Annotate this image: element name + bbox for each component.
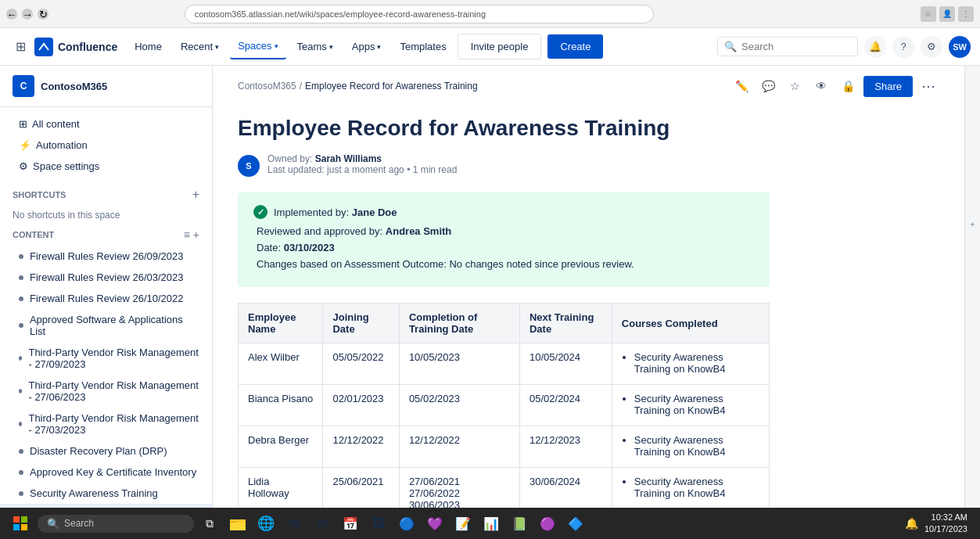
- confluence-logo[interactable]: Confluence: [34, 38, 117, 56]
- nav-teams[interactable]: Teams ▾: [289, 34, 341, 59]
- no-shortcuts-text: No shortcuts in this space: [0, 207, 212, 224]
- user-avatar[interactable]: SW: [949, 36, 971, 58]
- browser-refresh[interactable]: ↻: [38, 9, 48, 20]
- sidebar-item-1[interactable]: Firewall Rules Review 26/03/2023: [0, 267, 212, 288]
- taskbar-file-explorer[interactable]: [225, 511, 250, 536]
- help-icon[interactable]: ?: [892, 36, 914, 58]
- taskbar-time: 10:32 AM 10/17/2023: [924, 512, 967, 536]
- taskbar-mail[interactable]: ✉: [310, 511, 335, 536]
- comment-icon[interactable]: 💬: [757, 75, 779, 97]
- restrict-icon[interactable]: 🔒: [837, 75, 859, 97]
- taskbar-photos[interactable]: 🖼: [366, 511, 391, 536]
- cell-courses: Security Awareness Training on KnowB4: [612, 343, 769, 385]
- browser-profile-icon[interactable]: 👤: [939, 6, 955, 22]
- update-line: Last updated: just a moment ago • 1 min …: [267, 164, 457, 175]
- breadcrumb-sep: /: [300, 81, 302, 92]
- edit-icon[interactable]: ✏️: [731, 75, 752, 97]
- taskbar-notifications[interactable]: 🔔: [905, 517, 918, 530]
- browser-extension-icon[interactable]: ⋮: [958, 6, 974, 22]
- sidebar-item-4[interactable]: Third-Party Vendor Risk Management - 27/…: [0, 342, 212, 375]
- page-title: Employee Record for Awareness Training: [238, 116, 860, 141]
- taskbar-search[interactable]: 🔍 Search: [38, 515, 194, 533]
- collapse-handle[interactable]: +: [968, 222, 977, 227]
- nav-templates[interactable]: Templates: [392, 34, 454, 59]
- sidebar-items: Firewall Rules Review 26/09/2023 Firewal…: [0, 246, 212, 508]
- create-button[interactable]: Create: [547, 34, 603, 59]
- taskbar-teams[interactable]: 💜: [422, 511, 447, 536]
- settings-icon: ⚙: [19, 160, 28, 172]
- browser-bookmark-icon[interactable]: ☆: [921, 6, 936, 22]
- item-dot-icon: [19, 491, 23, 496]
- table-header-row: Employee Name Joining Date Completion of…: [239, 304, 770, 343]
- sidebar-automation[interactable]: ⚡ Automation: [0, 135, 212, 156]
- nav-home[interactable]: Home: [127, 34, 170, 59]
- taskbar-edge[interactable]: 🌐: [253, 511, 278, 536]
- sidebar-item-5[interactable]: Third-Party Vendor Risk Management - 27/…: [0, 375, 212, 408]
- date-value: 03/10/2023: [284, 242, 335, 253]
- add-content-button[interactable]: +: [193, 228, 199, 241]
- taskbar-task-view[interactable]: ⧉: [197, 511, 222, 536]
- sidebar-item-3[interactable]: Approved Software & Applications List: [0, 309, 212, 342]
- sidebar-global-section: ⊞ All content ⚡ Automation ⚙ Space setti…: [0, 107, 212, 183]
- browser-icons: ☆ 👤 ⋮: [921, 6, 974, 22]
- browser-forward[interactable]: →: [22, 9, 33, 20]
- item-dot-icon: [19, 254, 23, 259]
- item-dot-icon: [19, 389, 22, 393]
- sidebar-item-7[interactable]: Disaster Recovery Plan (DRP): [0, 440, 212, 462]
- start-button[interactable]: [6, 509, 34, 537]
- implemented-by: Jane Doe: [352, 207, 397, 218]
- cell-next: 05/02/2024: [519, 385, 612, 426]
- add-shortcut-icon[interactable]: +: [192, 188, 199, 202]
- notifications-icon[interactable]: 🔔: [864, 36, 886, 58]
- taskbar-word[interactable]: 📝: [451, 511, 476, 536]
- cell-joining: 02/01/2023: [323, 385, 399, 426]
- implemented-row: ✓ Implemented by: Jane Doe: [253, 205, 754, 219]
- apps-grid-icon[interactable]: ⊞: [9, 36, 31, 58]
- taskbar-teams2[interactable]: 🟣: [535, 511, 560, 536]
- breadcrumb: ContosoM365 / Employee Record for Awaren…: [238, 81, 478, 92]
- cell-name: Bianca Pisano: [239, 385, 323, 426]
- breadcrumb-space-link[interactable]: ContosoM365: [238, 81, 296, 92]
- taskbar-chrome[interactable]: 🔵: [394, 511, 419, 536]
- nav-recent[interactable]: Recent ▾: [173, 34, 227, 59]
- taskbar-store[interactable]: 🛍: [282, 511, 307, 536]
- sidebar-item-2[interactable]: Firewall Rules Review 26/10/2022: [0, 288, 212, 309]
- cell-courses: Security Awareness Training on KnowB4: [612, 385, 769, 426]
- date-item: Date: 03/10/2023: [253, 242, 754, 253]
- cell-name: Lidia Holloway: [239, 468, 323, 508]
- share-button[interactable]: Share: [863, 76, 913, 97]
- item-dot-icon: [19, 296, 23, 301]
- sidebar-all-content[interactable]: ⊞ All content: [0, 113, 212, 135]
- taskbar-search-label: Search: [64, 518, 94, 529]
- cell-completion: 27/06/202127/06/202230/06/2023: [399, 468, 519, 508]
- sidebar-item-0[interactable]: Firewall Rules Review 26/09/2023: [0, 246, 212, 267]
- svg-rect-0: [13, 516, 20, 523]
- search-input[interactable]: [741, 41, 851, 52]
- taskbar-excel[interactable]: 📗: [507, 511, 532, 536]
- star-icon[interactable]: ☆: [784, 75, 806, 97]
- col-joining-date: Joining Date: [323, 304, 399, 343]
- taskbar-calendar[interactable]: 📅: [338, 511, 363, 536]
- col-employee-name: Employee Name: [239, 304, 323, 343]
- watch-icon[interactable]: 👁: [810, 75, 832, 97]
- nav-spaces[interactable]: Spaces ▾: [230, 34, 285, 59]
- taskbar-powerpoint[interactable]: 📊: [479, 511, 504, 536]
- settings-icon[interactable]: ⚙: [921, 36, 942, 58]
- more-options-icon[interactable]: ⋯: [917, 75, 939, 97]
- sidebar-item-8[interactable]: Approved Key & Certificate Inventory: [0, 462, 212, 483]
- taskbar-teams3[interactable]: 🔷: [563, 511, 588, 536]
- nav-apps[interactable]: Apps ▾: [344, 34, 389, 59]
- cell-name: Debra Berger: [239, 426, 323, 468]
- sidebar-item-6[interactable]: Third-Party Vendor Risk Management - 27/…: [0, 408, 212, 440]
- browser-url[interactable]: contosom365.atlassian.net/wiki/spaces/em…: [185, 5, 654, 23]
- recent-chevron-icon: ▾: [215, 43, 219, 51]
- sidebar-item-9[interactable]: Security Awareness Training: [0, 483, 212, 504]
- taskbar-search-icon: 🔍: [47, 518, 59, 530]
- sort-content-button[interactable]: ≡: [184, 228, 190, 241]
- sidebar-space-settings[interactable]: ⚙ Space settings: [0, 156, 212, 177]
- invite-people-button[interactable]: Invite people: [458, 34, 542, 59]
- search-box[interactable]: 🔍: [717, 37, 858, 56]
- check-icon: ✓: [253, 205, 267, 219]
- sidebar-space-header[interactable]: C ContosoM365: [0, 66, 212, 107]
- browser-back[interactable]: ←: [6, 9, 17, 20]
